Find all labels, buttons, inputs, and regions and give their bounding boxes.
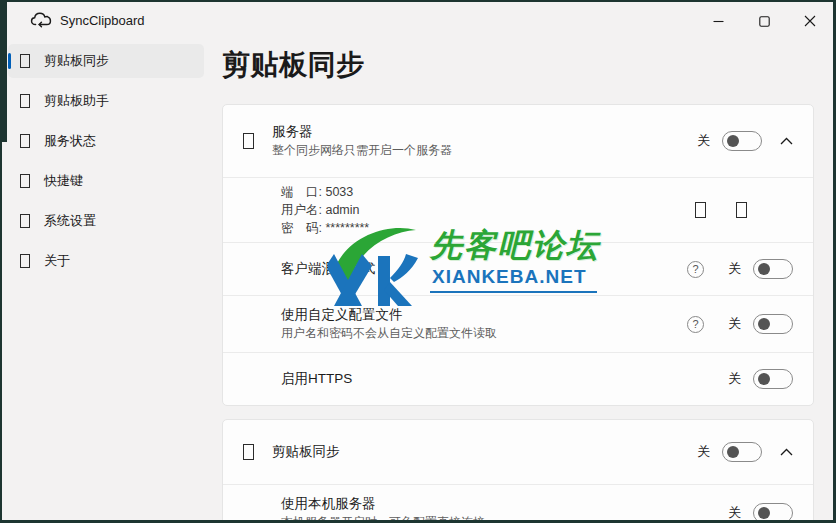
app-window: SyncClipboard 剪贴板同步 剪贴板助手 (0, 0, 836, 523)
sidebar-item-clipboard-assistant[interactable]: 剪贴板助手 (8, 84, 204, 118)
selection-accent-bar (8, 53, 11, 69)
password-line: 密 码: ********* (281, 219, 693, 237)
copy-button[interactable] (693, 200, 708, 220)
copy-icon (695, 202, 706, 218)
toggle-knob (727, 135, 739, 147)
clipboard-sync-toggle[interactable] (722, 442, 762, 462)
help-icon[interactable]: ? (687, 261, 704, 278)
clipboard-sync-toggle-label: 关 (697, 443, 710, 461)
client-mixed-mode-row: 客户端混合模式 ? 关 (223, 242, 813, 295)
toggle-knob (727, 446, 739, 458)
server-card-title: 服务器 (272, 123, 697, 141)
custom-config-toggle[interactable] (753, 314, 793, 334)
titlebar[interactable]: SyncClipboard (0, 0, 836, 40)
server-card-subtitle: 整个同步网络只需开启一个服务器 (272, 142, 697, 159)
about-icon (20, 254, 30, 268)
sidebar-item-label: 剪贴板助手 (44, 92, 109, 110)
credentials-lines: 端 口: 5033 用户名: admin 密 码: ********* (281, 183, 693, 237)
username-line: 用户名: admin (281, 201, 693, 219)
client-mixed-mode-toggle[interactable] (753, 259, 793, 279)
toggle-knob (758, 318, 770, 330)
sidebar-item-label: 系统设置 (44, 212, 96, 230)
server-card-header[interactable]: 服务器 整个同步网络只需开启一个服务器 关 (223, 105, 813, 177)
clipboard-assistant-icon (20, 94, 30, 108)
window-border-left-band (0, 0, 7, 142)
custom-config-subtitle: 用户名和密码不会从自定义配置文件读取 (281, 325, 687, 342)
app-title: SyncClipboard (60, 13, 145, 28)
system-settings-icon (20, 214, 30, 228)
sidebar-item-hotkeys[interactable]: 快捷键 (8, 164, 204, 198)
sidebar-item-label: 剪贴板同步 (44, 52, 109, 70)
service-status-icon (20, 134, 30, 148)
server-card: 服务器 整个同步网络只需开启一个服务器 关 端 口: 5033 用户名 (222, 104, 814, 406)
https-toggle[interactable] (753, 369, 793, 389)
help-icon[interactable]: ? (687, 316, 704, 333)
main-content: 剪贴板同步 服务器 整个同步网络只需开启一个服务器 关 (212, 40, 836, 523)
app-body: 剪贴板同步 剪贴板助手 服务状态 快捷键 系统设置 关于 (0, 40, 836, 523)
hotkeys-icon (20, 174, 30, 188)
https-title: 启用HTTPS (281, 370, 728, 388)
custom-config-row: 使用自定义配置文件 用户名和密码不会从自定义配置文件读取 ? 关 (223, 295, 813, 352)
clipboard-sync-card-icon (243, 444, 254, 460)
toggle-label: 关 (728, 260, 741, 278)
chevron-up-icon[interactable] (780, 448, 793, 456)
sidebar-item-label: 服务状态 (44, 132, 96, 150)
sidebar: 剪贴板同步 剪贴板助手 服务状态 快捷键 系统设置 关于 (0, 40, 212, 523)
toggle-knob (758, 507, 770, 519)
window-border-top (0, 0, 836, 2)
toggle-label: 关 (728, 315, 741, 333)
sidebar-item-clipboard-sync[interactable]: 剪贴板同步 (8, 44, 204, 78)
port-line: 端 口: 5033 (281, 183, 693, 201)
clipboard-sync-icon (20, 54, 30, 68)
close-button[interactable] (787, 2, 833, 40)
server-credentials: 端 口: 5033 用户名: admin 密 码: ********* (223, 177, 813, 242)
sidebar-item-system-settings[interactable]: 系统设置 (8, 204, 204, 238)
client-mixed-mode-title: 客户端混合模式 (281, 260, 687, 278)
local-server-row: 使用本机服务器 本机服务器开启时，可免配置直接连接 关 (223, 484, 813, 523)
clipboard-sync-card-title: 剪贴板同步 (272, 443, 697, 461)
https-row: 启用HTTPS 关 (223, 352, 813, 405)
caption-buttons (695, 2, 833, 40)
sync-cloud-icon (30, 11, 52, 29)
sidebar-item-about[interactable]: 关于 (8, 244, 204, 278)
sidebar-item-label: 快捷键 (44, 172, 83, 190)
toggle-knob (758, 263, 770, 275)
clipboard-sync-card: 剪贴板同步 关 使用本机服务器 本机服务器开启时，可免配置直接连接 (222, 419, 814, 523)
credentials-actions (693, 200, 749, 220)
toggle-knob (758, 373, 770, 385)
server-icon (243, 133, 254, 149)
sidebar-item-service-status[interactable]: 服务状态 (8, 124, 204, 158)
page-title: 剪贴板同步 (222, 46, 814, 84)
local-server-title: 使用本机服务器 (281, 495, 728, 513)
minimize-button[interactable] (695, 2, 741, 40)
edit-icon (736, 202, 747, 218)
custom-config-title: 使用自定义配置文件 (281, 306, 687, 324)
edit-button[interactable] (734, 200, 749, 220)
toggle-label: 关 (728, 370, 741, 388)
server-toggle-label: 关 (697, 132, 710, 150)
server-toggle[interactable] (722, 131, 762, 151)
chevron-up-icon[interactable] (780, 137, 793, 145)
clipboard-sync-card-header[interactable]: 剪贴板同步 关 (223, 420, 813, 484)
sidebar-item-label: 关于 (44, 252, 70, 270)
maximize-button[interactable] (741, 2, 787, 40)
